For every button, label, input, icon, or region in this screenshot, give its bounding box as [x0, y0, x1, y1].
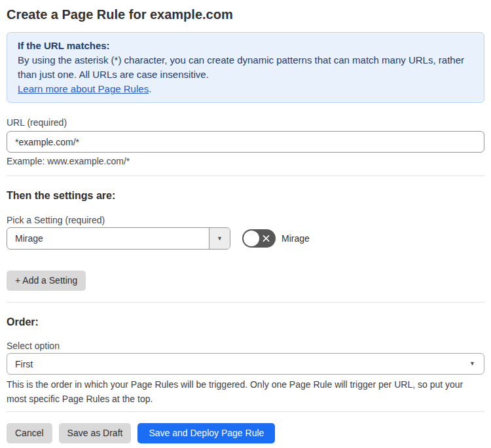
save-draft-button[interactable]: Save as Draft: [59, 423, 132, 443]
pick-setting-label: Pick a Setting (required): [7, 214, 484, 226]
info-link-line: Learn more about Page Rules.: [18, 82, 473, 96]
add-setting-button[interactable]: + Add a Setting: [7, 271, 86, 291]
toggle-knob: [244, 231, 259, 246]
url-label: URL (required): [7, 117, 484, 128]
cancel-button[interactable]: Cancel: [7, 423, 52, 443]
url-match-info-box: If the URL matches: By using the asteris…: [7, 32, 484, 103]
divider: [7, 176, 484, 176]
info-box-body: By using the asterisk (*) character, you…: [18, 53, 473, 82]
select-option-label: Select option: [7, 340, 484, 352]
settings-heading: Then the settings are:: [7, 189, 484, 202]
form-actions: Cancel Save as Draft Save and Deploy Pag…: [7, 423, 484, 443]
learn-more-link[interactable]: Learn more about Page Rules: [18, 83, 149, 94]
setting-dropdown[interactable]: Mirage ▼: [7, 227, 230, 250]
setting-dropdown-value: Mirage: [7, 228, 209, 249]
divider: [7, 302, 484, 303]
info-box-heading: If the URL matches:: [18, 39, 473, 53]
page-rule-form: Create a Page Rule for example.com If th…: [0, 5, 491, 448]
setting-dropdown-arrow-button[interactable]: ▼: [209, 228, 230, 249]
url-input[interactable]: [7, 131, 484, 153]
order-select-value: First: [15, 359, 33, 369]
divider: [7, 411, 484, 412]
mirage-toggle[interactable]: [242, 229, 276, 248]
toggle-setting-label: Mirage: [282, 233, 310, 244]
setting-row: Mirage ▼ Mirage: [7, 227, 484, 250]
order-select[interactable]: First ▼: [7, 353, 484, 375]
url-example-helper: Example: www.example.com/*: [7, 155, 484, 167]
save-deploy-button[interactable]: Save and Deploy Page Rule: [137, 423, 275, 443]
x-icon: [262, 234, 270, 243]
order-helper-text: This is the order in which your Page Rul…: [7, 377, 484, 406]
page-title: Create a Page Rule for example.com: [7, 5, 484, 24]
link-suffix-text: .: [149, 83, 151, 94]
order-heading: Order:: [7, 316, 484, 329]
chevron-down-icon: ▼: [217, 236, 223, 242]
chevron-down-icon: ▼: [469, 361, 475, 367]
